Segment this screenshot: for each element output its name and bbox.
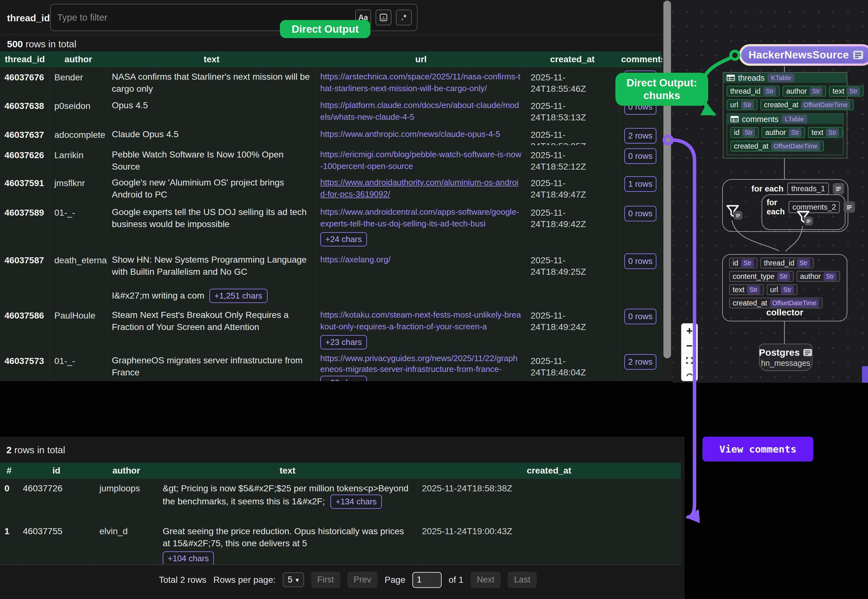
col-header-created-at[interactable]: created_at	[417, 463, 681, 479]
field-chip: authorStr	[782, 86, 826, 96]
foreach-label: for each	[767, 198, 785, 216]
view-comments-button[interactable]: View comments	[702, 437, 813, 462]
source-node-hackernews[interactable]: HackerNewsSource	[739, 44, 868, 66]
col-header-comments[interactable]: comments	[619, 51, 664, 67]
col-header-text[interactable]: text	[158, 463, 417, 479]
cell-author: p0seidon	[50, 96, 107, 125]
collector-node[interactable]: idStr thread_idStr content_typeStr autho…	[722, 254, 847, 321]
comments-rows-button[interactable]: 0 rows	[624, 148, 656, 164]
url-link[interactable]: https://platform.claude.com/docs/en/abou…	[320, 99, 522, 123]
cell-text: Claude Opus 4.5	[107, 125, 316, 145]
last-page-button[interactable]: Last	[508, 572, 536, 588]
table-row: 46037589 01-_- Google experts tell the U…	[0, 203, 662, 251]
field-chip: urlStr	[726, 99, 757, 110]
filter-column-label: thread_id	[7, 13, 50, 24]
bottom-table-header: # id author text created_at	[0, 463, 681, 479]
table-row: 46037626 Larrikin Pebble Watch Software …	[0, 145, 662, 174]
more-chars-button[interactable]: +32 chars	[320, 376, 367, 381]
col-header-index[interactable]: #	[0, 463, 18, 479]
page-number-input[interactable]	[412, 572, 442, 588]
note-icon[interactable]	[804, 217, 813, 226]
cell-url: https://kotaku.com/steam-next-fests-most…	[316, 306, 526, 351]
threads-type-badge: KTable	[768, 73, 794, 82]
col-header-text[interactable]: text	[107, 51, 316, 67]
col-header-created-at[interactable]: created_at	[526, 51, 619, 67]
bottom-rows-total: 2 rows in total	[6, 445, 65, 456]
url-link[interactable]: https://www.androidauthority.com/alumini…	[320, 177, 522, 200]
filter-funnel-icon[interactable]	[796, 210, 818, 229]
table-icon	[731, 116, 739, 122]
field-chip: content_typeStr	[729, 271, 794, 282]
postgres-node[interactable]: Postgres hn_messages	[759, 344, 812, 371]
extra-control-button[interactable]	[681, 368, 698, 381]
url-link[interactable]: https://www.androidcentral.com/apps-soft…	[320, 206, 522, 230]
cell-created-at: 2025-11-24T18:53:13Z	[526, 96, 619, 125]
scrollbar-thumb[interactable]	[663, 1, 671, 358]
note-icon[interactable]	[734, 211, 743, 220]
url-link[interactable]: https://www.privacyguides.org/news/2025/…	[320, 353, 522, 375]
field-chip: authorStr	[762, 127, 805, 138]
col-header-thread-id[interactable]: thread_id	[0, 51, 50, 67]
col-header-id[interactable]: id	[18, 463, 95, 479]
zoom-in-button[interactable]: +	[681, 323, 698, 338]
comments-rows-button[interactable]: 0 rows	[624, 253, 656, 269]
comments-result-panel: 2 rows in total # id author text created…	[0, 437, 685, 599]
comments-rows-button[interactable]: 0 rows	[624, 309, 656, 324]
zoom-out-button[interactable]: −	[681, 338, 698, 353]
note-icon[interactable]	[844, 202, 855, 213]
more-chars-button[interactable]: +1,251 chars	[209, 289, 268, 303]
note-icon[interactable]	[833, 183, 844, 194]
whole-word-icon[interactable]	[375, 9, 392, 26]
table-row: 46037638 p0seidon Opus 4.5 https://platf…	[0, 96, 662, 125]
pagination-bar: Total 2 rows Rows per page: 5 ▾ First Pr…	[159, 572, 536, 588]
more-chars-button[interactable]: +134 chars	[330, 495, 381, 509]
first-page-button[interactable]: First	[311, 572, 340, 588]
cell-author: 01-_-	[50, 203, 107, 250]
foreach-threads-var[interactable]: threads_1	[787, 183, 829, 195]
more-chars-button[interactable]: +23 chars	[320, 335, 367, 349]
comments-rows-button[interactable]: 0 rows	[624, 206, 656, 221]
comments-rows-button[interactable]: 2 rows	[624, 354, 656, 370]
col-header-author[interactable]: author	[95, 463, 158, 479]
foreach-label: for each	[751, 184, 784, 194]
table-row: 46037676 Bender NASA confirms that Starl…	[0, 67, 662, 96]
cell-index: 0	[0, 479, 18, 522]
cell-text: Google experts tell the US DOJ selling i…	[107, 203, 316, 250]
field-chip: idStr	[731, 127, 759, 138]
more-chars-button[interactable]: +24 chars	[320, 232, 367, 247]
url-link[interactable]: https://kotaku.com/steam-next-fests-most…	[320, 309, 522, 333]
cell-thread-id: 46037586	[0, 306, 50, 351]
url-link[interactable]: https://axelang.org/	[320, 254, 522, 265]
canvas-zoom-controls: + −	[681, 323, 698, 381]
fit-view-button[interactable]	[681, 353, 698, 368]
cell-comments: 0 rows	[619, 145, 662, 173]
field-chip: thread_idStr	[726, 86, 780, 96]
more-chars-button[interactable]: +104 chars	[163, 551, 214, 564]
cell-id: 46037726	[18, 479, 95, 522]
cell-created-at: 2025-11-24T18:52:12Z	[526, 145, 619, 173]
field-chip: created_atOffsetDateTime	[760, 99, 854, 110]
url-link[interactable]: https://www.anthropic.com/news/claude-op…	[320, 128, 522, 140]
next-page-button[interactable]: Next	[470, 572, 501, 588]
comments-rows-button[interactable]: 1 rows	[624, 176, 656, 192]
prev-page-button[interactable]: Prev	[347, 572, 378, 588]
col-header-author[interactable]: author	[50, 51, 107, 67]
cell-author: 01-_-	[50, 351, 107, 381]
field-chip: textStr	[829, 86, 863, 96]
regex-icon[interactable]: .*	[396, 9, 412, 26]
cell-thread-id: 46037626	[0, 145, 50, 173]
cell-created-at: 2025-11-24T18:48:04Z	[526, 351, 619, 381]
rows-per-page-select[interactable]: 5 ▾	[283, 572, 304, 587]
direct-output-badge: Direct Output	[280, 20, 371, 38]
schema-threads[interactable]: threads KTable thread_idStr authorStr te…	[723, 72, 847, 158]
col-header-url[interactable]: url	[316, 51, 526, 67]
comments-rows-button[interactable]: 2 rows	[624, 128, 656, 143]
rows-per-page-label: Rows per page:	[213, 575, 276, 585]
field-chip: created_atOffsetDateTime	[729, 298, 823, 309]
url-link[interactable]: https://arstechnica.com/space/2025/11/na…	[320, 71, 522, 94]
url-link[interactable]: https://ericmigi.com/blog/pebble-watch-s…	[320, 149, 522, 172]
filter-funnel-icon[interactable]	[725, 204, 747, 223]
field-chip: created_atOffsetDateTime	[731, 141, 824, 152]
chevron-down-icon: ▾	[296, 576, 299, 584]
cell-created-at: 2025-11-24T18:53:05Z	[526, 125, 619, 145]
